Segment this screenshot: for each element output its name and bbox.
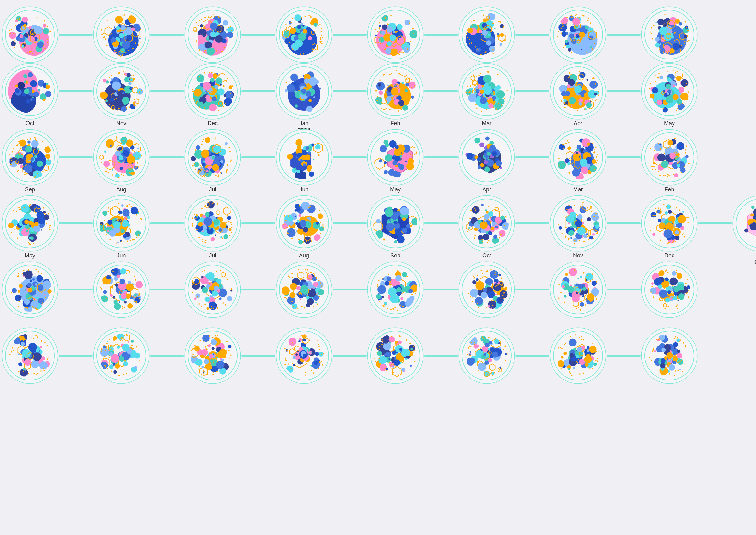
timeline <box>0 0 756 535</box>
